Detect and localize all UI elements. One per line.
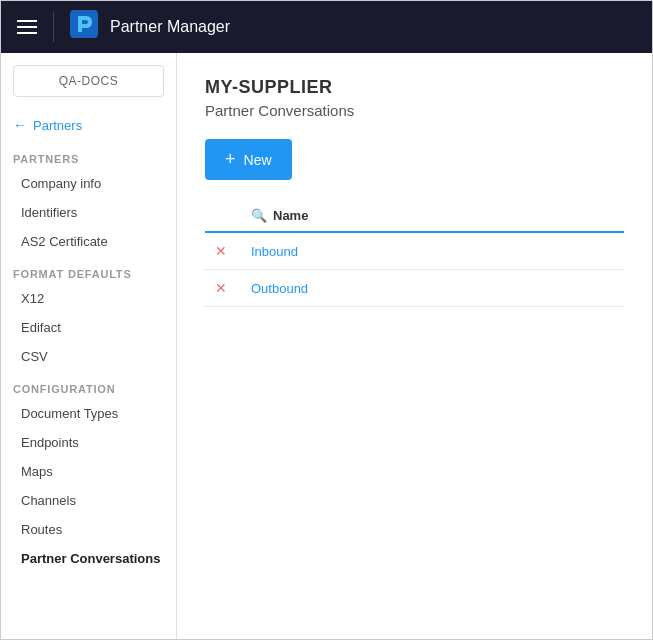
sidebar-item-routes[interactable]: Routes	[1, 515, 176, 544]
inbound-name-cell: Inbound	[241, 232, 624, 270]
format-defaults-section-label: FORMAT DEFAULTS	[1, 256, 176, 284]
inbound-link[interactable]: Inbound	[251, 244, 298, 259]
app-container: Partner Manager QA-DOCS ← Partners PARTN…	[0, 0, 653, 640]
page-title: Partner Conversations	[205, 102, 624, 119]
workspace-label[interactable]: QA-DOCS	[13, 65, 164, 97]
sidebar-item-as2-certificate[interactable]: AS2 Certificate	[1, 227, 176, 256]
topbar: Partner Manager	[1, 1, 652, 53]
hamburger-menu[interactable]	[17, 20, 37, 34]
table-header-name-col: 🔍 Name	[241, 200, 624, 232]
outbound-link[interactable]: Outbound	[251, 281, 308, 296]
sidebar-item-channels[interactable]: Channels	[1, 486, 176, 515]
topbar-divider	[53, 12, 54, 42]
plus-icon: +	[225, 149, 236, 170]
conversations-table: 🔍 Name ✕ Inbound	[205, 200, 624, 307]
main-layout: QA-DOCS ← Partners PARTNERS Company info…	[1, 53, 652, 639]
partners-section-label: PARTNERS	[1, 141, 176, 169]
content-area: MY-SUPPLIER Partner Conversations + New …	[177, 53, 652, 639]
delete-inbound-cell: ✕	[205, 232, 241, 270]
name-column-label: Name	[273, 208, 308, 223]
app-logo	[70, 10, 98, 44]
sidebar-item-company-info[interactable]: Company info	[1, 169, 176, 198]
sidebar-item-csv[interactable]: CSV	[1, 342, 176, 371]
back-arrow-icon: ←	[13, 117, 27, 133]
sidebar-item-endpoints[interactable]: Endpoints	[1, 428, 176, 457]
sidebar-item-maps[interactable]: Maps	[1, 457, 176, 486]
sidebar-item-identifiers[interactable]: Identifiers	[1, 198, 176, 227]
sidebar-item-partner-conversations[interactable]: Partner Conversations	[1, 544, 176, 573]
delete-outbound-icon[interactable]: ✕	[215, 280, 227, 296]
table-row: ✕ Outbound	[205, 270, 624, 307]
configuration-section-label: CONFIGURATION	[1, 371, 176, 399]
back-to-partners[interactable]: ← Partners	[1, 109, 176, 141]
app-title: Partner Manager	[110, 18, 230, 36]
new-button-label: New	[244, 152, 272, 168]
table-header: 🔍 Name	[205, 200, 624, 232]
sidebar-item-x12[interactable]: X12	[1, 284, 176, 313]
new-button[interactable]: + New	[205, 139, 292, 180]
search-icon: 🔍	[251, 208, 267, 223]
sidebar: QA-DOCS ← Partners PARTNERS Company info…	[1, 53, 177, 639]
table-header-delete-col	[205, 200, 241, 232]
table-body: ✕ Inbound ✕ Outbound	[205, 232, 624, 307]
sidebar-item-edifact[interactable]: Edifact	[1, 313, 176, 342]
outbound-name-cell: Outbound	[241, 270, 624, 307]
table-row: ✕ Inbound	[205, 232, 624, 270]
sidebar-item-document-types[interactable]: Document Types	[1, 399, 176, 428]
supplier-name: MY-SUPPLIER	[205, 77, 624, 98]
delete-outbound-cell: ✕	[205, 270, 241, 307]
back-label: Partners	[33, 118, 82, 133]
delete-inbound-icon[interactable]: ✕	[215, 243, 227, 259]
